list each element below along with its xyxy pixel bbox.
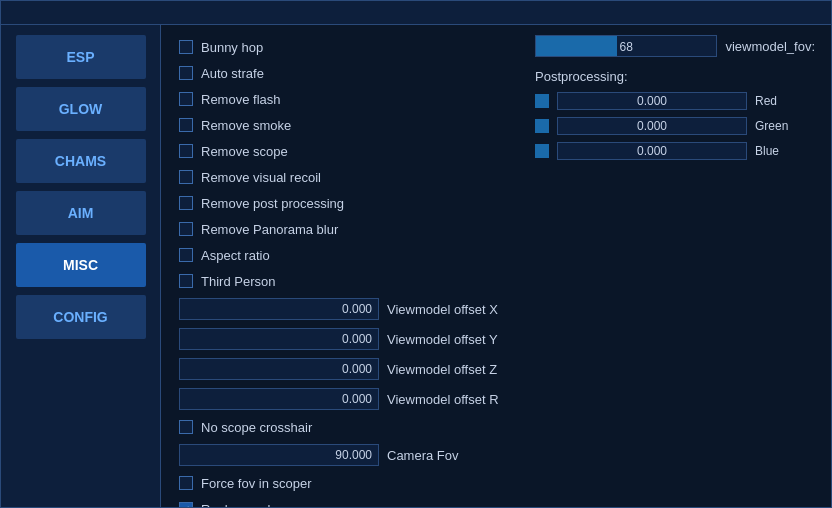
checkbox-no-scope-crosshair[interactable] (179, 420, 193, 434)
title-bar (1, 1, 831, 25)
checkbox-row-remove-panorama-blur: Remove Panorama blur (177, 217, 505, 241)
checkbox-third-person[interactable] (179, 274, 193, 288)
checkbox-remove-panorama-blur[interactable] (179, 222, 193, 236)
input-label-camera-fov: Camera Fov (387, 448, 459, 463)
sidebar-item-chams[interactable]: CHAMS (16, 139, 146, 183)
color-indicator-red (535, 94, 549, 108)
color-slider-row-green: 0.000Green (535, 117, 815, 135)
checkbox-row-remove-visual-recoil: Remove visual recoil (177, 165, 505, 189)
input-camera-fov[interactable] (179, 444, 379, 466)
left-panel: Bunny hopAuto strafeRemove flashRemove s… (177, 35, 505, 497)
main-window: ESPGLOWCHAMSAIMMISCCONFIG Bunny hopAuto … (0, 0, 832, 508)
checkbox-row-remove-scope: Remove scope (177, 139, 505, 163)
checkbox-label-remove-smoke: Remove smoke (201, 118, 291, 133)
checkbox-label-force-fov: Force fov in scoper (201, 476, 312, 491)
checkbox-label-aspect-ratio: Aspect ratio (201, 248, 270, 263)
sidebar-item-glow[interactable]: GLOW (16, 87, 146, 131)
viewmodel-fov-row: 68viewmodel_fov: (535, 35, 815, 57)
checkbox-label-remove-scope: Remove scope (201, 144, 288, 159)
sidebar-item-aim[interactable]: AIM (16, 191, 146, 235)
checkbox-row-aspect-ratio: Aspect ratio (177, 243, 505, 267)
checkbox-label-auto-strafe: Auto strafe (201, 66, 264, 81)
sidebar-item-misc[interactable]: MISC (16, 243, 146, 287)
color-label-blue: Blue (755, 144, 795, 158)
close-button[interactable] (807, 5, 823, 21)
input-label-viewmodel-y: Viewmodel offset Y (387, 332, 498, 347)
input-viewmodel-x[interactable] (179, 298, 379, 320)
main-content: Bunny hopAuto strafeRemove flashRemove s… (161, 25, 831, 507)
checkbox-row-rank-reveal: Rank reveal (177, 497, 505, 507)
input-row-viewmodel-r: Viewmodel offset R (177, 385, 505, 413)
checkbox-row-no-scope-crosshair: No scope crosshair (177, 415, 505, 439)
input-row-camera-fov: Camera Fov (177, 441, 505, 469)
checkbox-row-third-person: Third Person (177, 269, 505, 293)
input-label-viewmodel-r: Viewmodel offset R (387, 392, 499, 407)
checkbox-force-fov[interactable] (179, 476, 193, 490)
sidebar-item-config[interactable]: CONFIG (16, 295, 146, 339)
color-slider-value-green: 0.000 (558, 119, 746, 133)
right-panel: 68viewmodel_fov:Postprocessing:0.000Red0… (535, 35, 815, 497)
content-area: ESPGLOWCHAMSAIMMISCCONFIG Bunny hopAuto … (1, 25, 831, 507)
color-indicator-blue (535, 144, 549, 158)
checkbox-remove-smoke[interactable] (179, 118, 193, 132)
input-label-viewmodel-x: Viewmodel offset X (387, 302, 498, 317)
input-row-viewmodel-z: Viewmodel offset Z (177, 355, 505, 383)
checkbox-row-auto-strafe: Auto strafe (177, 61, 505, 85)
checkbox-rank-reveal[interactable] (179, 502, 193, 507)
sidebar: ESPGLOWCHAMSAIMMISCCONFIG (1, 25, 161, 507)
color-slider-row-blue: 0.000Blue (535, 142, 815, 160)
color-slider-red[interactable]: 0.000 (557, 92, 747, 110)
checkbox-auto-strafe[interactable] (179, 66, 193, 80)
checkbox-remove-post-processing[interactable] (179, 196, 193, 210)
checkbox-label-third-person: Third Person (201, 274, 275, 289)
color-label-green: Green (755, 119, 795, 133)
postprocessing-label: Postprocessing: (535, 69, 815, 84)
checkbox-row-force-fov: Force fov in scoper (177, 471, 505, 495)
color-indicator-green (535, 119, 549, 133)
checkbox-remove-scope[interactable] (179, 144, 193, 158)
viewmodel-fov-value: 68 (536, 36, 716, 58)
input-viewmodel-y[interactable] (179, 328, 379, 350)
checkbox-label-bunny-hop: Bunny hop (201, 40, 263, 55)
color-label-red: Red (755, 94, 795, 108)
input-label-viewmodel-z: Viewmodel offset Z (387, 362, 497, 377)
checkbox-row-remove-post-processing: Remove post processing (177, 191, 505, 215)
color-slider-blue[interactable]: 0.000 (557, 142, 747, 160)
checkbox-label-remove-visual-recoil: Remove visual recoil (201, 170, 321, 185)
input-row-viewmodel-x: Viewmodel offset X (177, 295, 505, 323)
checkbox-label-remove-panorama-blur: Remove Panorama blur (201, 222, 338, 237)
color-slider-green[interactable]: 0.000 (557, 117, 747, 135)
checkbox-label-no-scope-crosshair: No scope crosshair (201, 420, 312, 435)
viewmodel-fov-label: viewmodel_fov: (725, 39, 815, 54)
checkbox-row-bunny-hop: Bunny hop (177, 35, 505, 59)
input-viewmodel-r[interactable] (179, 388, 379, 410)
color-slider-value-red: 0.000 (558, 94, 746, 108)
checkbox-remove-flash[interactable] (179, 92, 193, 106)
checkbox-aspect-ratio[interactable] (179, 248, 193, 262)
color-slider-value-blue: 0.000 (558, 144, 746, 158)
sidebar-item-esp[interactable]: ESP (16, 35, 146, 79)
checkbox-row-remove-smoke: Remove smoke (177, 113, 505, 137)
checkbox-label-rank-reveal: Rank reveal (201, 502, 270, 508)
input-viewmodel-z[interactable] (179, 358, 379, 380)
checkbox-row-remove-flash: Remove flash (177, 87, 505, 111)
checkbox-bunny-hop[interactable] (179, 40, 193, 54)
color-slider-row-red: 0.000Red (535, 92, 815, 110)
checkbox-remove-visual-recoil[interactable] (179, 170, 193, 184)
input-row-viewmodel-y: Viewmodel offset Y (177, 325, 505, 353)
checkbox-label-remove-flash: Remove flash (201, 92, 280, 107)
checkbox-label-remove-post-processing: Remove post processing (201, 196, 344, 211)
viewmodel-fov-slider[interactable]: 68 (535, 35, 717, 57)
